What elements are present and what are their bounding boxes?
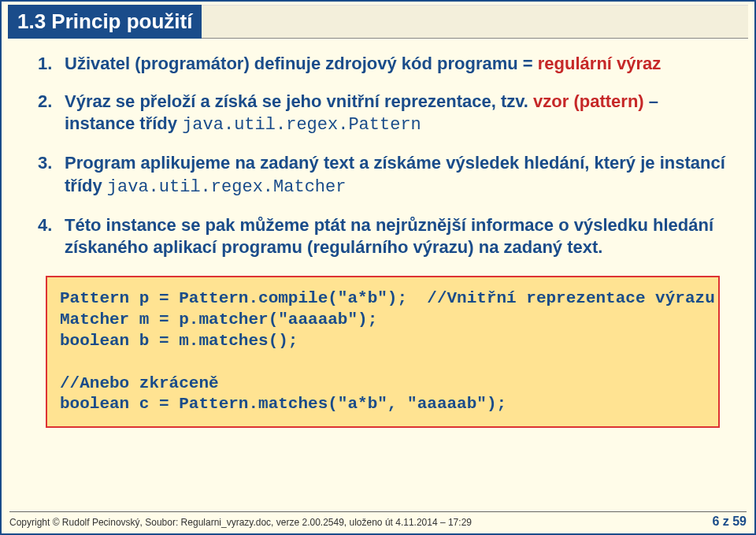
list-keyword: vzor (pattern): [533, 91, 644, 111]
section-heading: 1.3 Princip použití: [8, 5, 202, 39]
class-name: java.util.regex.Matcher: [107, 177, 346, 197]
class-name: java.util.regex.Pattern: [182, 115, 421, 135]
list-text: Uživatel (programátor) definuje zdrojový…: [65, 54, 538, 73]
list-item: Uživatel (programátor) definuje zdrojový…: [38, 53, 726, 75]
list-keyword: regulární výraz: [538, 54, 662, 73]
footer-copyright: Copyright © Rudolf Pecinovský, Soubor: R…: [9, 517, 472, 528]
list-item: Program aplikujeme na zadaný text a získ…: [38, 152, 726, 198]
list-text: Této instance se pak můžeme ptát na nejr…: [65, 215, 713, 257]
page-number: 6 z 59: [712, 515, 747, 529]
code-block: Pattern p = Pattern.compile("a*b"); //Vn…: [46, 276, 720, 428]
list-item: Výraz se přeloží a získá se jeho vnitřní…: [38, 91, 726, 136]
list-item: Této instance se pak můžeme ptát na nejr…: [38, 214, 726, 258]
ordered-list: Uživatel (programátor) definuje zdrojový…: [38, 53, 726, 258]
content-area: Uživatel (programátor) definuje zdrojový…: [2, 39, 754, 436]
list-text: Výraz se přeloží a získá se jeho vnitřní…: [65, 91, 533, 111]
heading-tail: [202, 5, 748, 39]
footer: Copyright © Rudolf Pecinovský, Soubor: R…: [9, 511, 747, 529]
section-heading-bar: 1.3 Princip použití: [8, 5, 748, 39]
